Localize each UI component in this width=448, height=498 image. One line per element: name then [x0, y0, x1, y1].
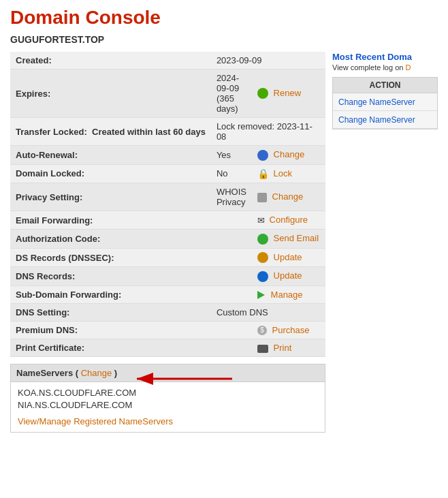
- purchase-link[interactable]: Purchase: [272, 325, 310, 335]
- table-row: Created: 2023-09-09: [10, 52, 325, 69]
- table-row: Expires: 2024-09-09 (365 days) Renew: [10, 69, 325, 118]
- label-dns-records: DNS Records:: [10, 267, 211, 286]
- table-row: Email Forwarding: ✉ Configure: [10, 211, 325, 230]
- action-privacy: Change: [252, 183, 325, 211]
- label-created: Created:: [10, 52, 211, 69]
- table-row: DNS Setting: Custom DNS: [10, 303, 325, 321]
- update-dns-link[interactable]: Update: [274, 270, 302, 281]
- action-ds-records: Update: [252, 248, 325, 267]
- value-created: 2023-09-09: [211, 52, 325, 69]
- label-subdomain: Sub-Domain Forwarding:: [10, 285, 211, 303]
- label-auto-renewal: Auto-Renewal:: [10, 146, 211, 165]
- left-panel: Created: 2023-09-09 Expires: 2024-09-09 …: [10, 52, 325, 433]
- action-print-cert: Print: [252, 339, 325, 357]
- action-box-item-1: Change NameServer: [333, 93, 437, 111]
- main-layout: Created: 2023-09-09 Expires: 2024-09-09 …: [10, 52, 438, 433]
- action-auth-code: Send Email: [252, 230, 325, 249]
- action-box: ACTION Change NameServer Change NameServ…: [332, 77, 438, 129]
- change-nameserver-link-2[interactable]: Change NameServer: [338, 115, 415, 125]
- log-link[interactable]: D: [405, 63, 411, 72]
- label-privacy: Privacy Setting:: [10, 183, 211, 211]
- value-subdomain: [211, 285, 252, 303]
- table-row: Premium DNS: $ Purchase: [10, 321, 325, 339]
- change-privacy-link[interactable]: Change: [272, 191, 304, 202]
- value-privacy: WHOIS Privacy: [211, 183, 252, 211]
- email-green-icon: [257, 234, 268, 245]
- action-box-item-2: Change NameServer: [333, 111, 437, 129]
- value-expires: 2024-09-09 (365 days): [211, 69, 252, 118]
- change-auto-link[interactable]: Change: [274, 149, 305, 159]
- action-auto-renewal: Change: [252, 146, 325, 165]
- table-row: Authorization Code: Send Email: [10, 230, 325, 249]
- page-wrapper: Domain Console GUGUFORTEST.TOP Created: …: [0, 0, 448, 439]
- label-premium-dns: Premium DNS:: [10, 321, 211, 339]
- table-row: Auto-Renewal: Yes Change: [10, 146, 325, 165]
- send-email-link[interactable]: Send Email: [274, 233, 319, 243]
- value-auth-code: [211, 230, 252, 249]
- action-premium-dns: $ Purchase: [252, 321, 325, 339]
- printer-icon: [257, 345, 268, 353]
- update-ds-link[interactable]: Update: [274, 252, 302, 262]
- label-auth-code: Authorization Code:: [10, 230, 211, 249]
- action-subdomain: Manage: [252, 285, 325, 303]
- table-row: Sub-Domain Forwarding: Manage: [10, 285, 325, 303]
- key-icon: [257, 252, 268, 263]
- nameservers-section: NameServers ( Change ): [10, 364, 325, 433]
- arrow-green-icon: [257, 291, 265, 299]
- label-domain-locked: Domain Locked:: [10, 164, 211, 183]
- renew-link[interactable]: Renew: [274, 88, 301, 98]
- globe-blue-icon: [257, 271, 268, 282]
- label-transfer-locked: Transfer Locked: Created within last 60 …: [10, 118, 211, 146]
- label-email-forwarding: Email Forwarding:: [10, 211, 211, 230]
- change-nameserver-link-1[interactable]: Change NameServer: [338, 97, 415, 107]
- label-dns-setting: DNS Setting:: [10, 303, 211, 321]
- value-premium-dns: [211, 321, 252, 339]
- view-manage-nameservers-link[interactable]: View/Manage Registered NameServers: [18, 416, 173, 426]
- value-dns-records: [211, 267, 252, 286]
- info-table: Created: 2023-09-09 Expires: 2024-09-09 …: [10, 52, 325, 357]
- value-transfer-locked: Lock removed: 2023-11-08: [211, 118, 325, 146]
- renew-icon: [257, 88, 268, 99]
- envelope-icon: ✉: [257, 215, 265, 225]
- value-dns-setting: Custom DNS: [211, 303, 325, 321]
- lock-gray-icon: [257, 193, 267, 202]
- manage-link[interactable]: Manage: [271, 290, 303, 300]
- dollar-icon: $: [257, 326, 267, 335]
- right-panel-title: Most Recent Doma: [332, 52, 438, 62]
- action-domain-locked: 🔒 Lock: [252, 164, 325, 183]
- table-row: Privacy Setting: WHOIS Privacy Change: [10, 183, 325, 211]
- page-title: Domain Console: [10, 7, 438, 29]
- value-ds-records: [211, 248, 252, 267]
- table-row: DNS Records: Update: [10, 267, 325, 286]
- value-print-cert: [211, 339, 252, 357]
- lock-icon: 🔒: [257, 168, 269, 179]
- value-email-forwarding: [211, 211, 252, 230]
- label-print-cert: Print Certificate:: [10, 339, 211, 357]
- domain-name: GUGUFORTEST.TOP: [10, 34, 438, 45]
- action-email-forwarding: ✉ Configure: [252, 211, 325, 230]
- action-expires: Renew: [252, 69, 325, 118]
- globe-icon: [257, 150, 268, 161]
- print-link[interactable]: Print: [274, 343, 292, 353]
- table-row: DS Records (DNSSEC): Update: [10, 248, 325, 267]
- change-nameservers-link[interactable]: Change: [81, 368, 112, 378]
- table-row: Print Certificate: Print: [10, 339, 325, 357]
- action-box-header: ACTION: [333, 78, 437, 93]
- lock-link[interactable]: Lock: [274, 168, 292, 178]
- nameserver-entry-2: NIA.NS.CLOUDFLARE.COM: [18, 400, 318, 410]
- value-domain-locked: No: [211, 164, 252, 183]
- right-panel: Most Recent Doma View complete log on D …: [332, 52, 438, 433]
- table-row: Domain Locked: No 🔒 Lock: [10, 164, 325, 183]
- action-dns-records: Update: [252, 267, 325, 286]
- red-arrow-svg: [127, 365, 236, 399]
- table-row: Transfer Locked: Created within last 60 …: [10, 118, 325, 146]
- configure-link[interactable]: Configure: [270, 215, 308, 225]
- label-ds-records: DS Records (DNSSEC):: [10, 248, 211, 267]
- value-auto-renewal: Yes: [211, 146, 252, 165]
- label-expires: Expires:: [10, 69, 211, 118]
- right-panel-subtitle: View complete log on D: [332, 63, 438, 72]
